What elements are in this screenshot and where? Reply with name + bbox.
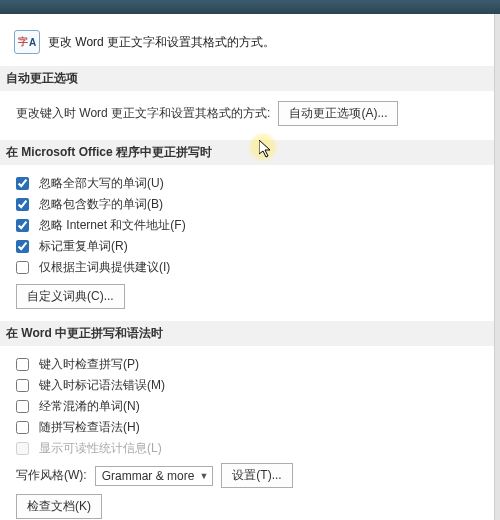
chk-mark-grammar-typing[interactable] — [16, 379, 29, 392]
lbl-confused-words: 经常混淆的单词(N) — [39, 398, 140, 415]
lbl-ignore-numbers: 忽略包含数字的单词(B) — [39, 196, 163, 213]
lbl-ignore-uppercase: 忽略全部大写的单词(U) — [39, 175, 164, 192]
writing-style-label: 写作风格(W): — [16, 467, 87, 484]
chk-ignore-internet[interactable] — [16, 219, 29, 232]
scrollbar-gutter — [494, 14, 500, 520]
lbl-readability: 显示可读性统计信息(L) — [39, 440, 162, 457]
autocorrect-options-button[interactable]: 自动更正选项(A)... — [278, 101, 398, 126]
lbl-flag-repeated: 标记重复单词(R) — [39, 238, 128, 255]
chk-flag-repeated[interactable] — [16, 240, 29, 253]
chk-ignore-uppercase[interactable] — [16, 177, 29, 190]
proofing-icon: 字A — [14, 30, 40, 54]
autocorrect-desc: 更改键入时 Word 更正文字和设置其格式的方式: — [16, 105, 270, 122]
chk-grammar-with-spell[interactable] — [16, 421, 29, 434]
lbl-grammar-with-spell: 随拼写检查语法(H) — [39, 419, 140, 436]
window-titlebar — [0, 0, 500, 14]
section-autocorrect: 自动更正选项 — [0, 66, 500, 91]
section-word-spell: 在 Word 中更正拼写和语法时 — [0, 321, 500, 346]
chk-check-typing[interactable] — [16, 358, 29, 371]
chk-readability — [16, 442, 29, 455]
lbl-ignore-internet: 忽略 Internet 和文件地址(F) — [39, 217, 186, 234]
options-panel: 字A 更改 Word 更正文字和设置其格式的方式。 自动更正选项 更改键入时 W… — [0, 14, 500, 520]
chk-ignore-numbers[interactable] — [16, 198, 29, 211]
lbl-main-dict-only: 仅根据主词典提供建议(I) — [39, 259, 170, 276]
writing-style-select[interactable]: Grammar & more ▼ — [95, 466, 214, 486]
chevron-down-icon: ▼ — [199, 471, 208, 481]
section-office-spell: 在 Microsoft Office 程序中更正拼写时 — [0, 140, 500, 165]
lbl-mark-grammar-typing: 键入时标记语法错误(M) — [39, 377, 165, 394]
page-title: 更改 Word 更正文字和设置其格式的方式。 — [48, 34, 275, 51]
lbl-check-typing: 键入时检查拼写(P) — [39, 356, 139, 373]
chk-main-dict-only[interactable] — [16, 261, 29, 274]
custom-dictionaries-button[interactable]: 自定义词典(C)... — [16, 284, 125, 309]
check-document-button[interactable]: 检查文档(K) — [16, 494, 102, 519]
chk-confused-words[interactable] — [16, 400, 29, 413]
writing-style-settings-button[interactable]: 设置(T)... — [221, 463, 292, 488]
